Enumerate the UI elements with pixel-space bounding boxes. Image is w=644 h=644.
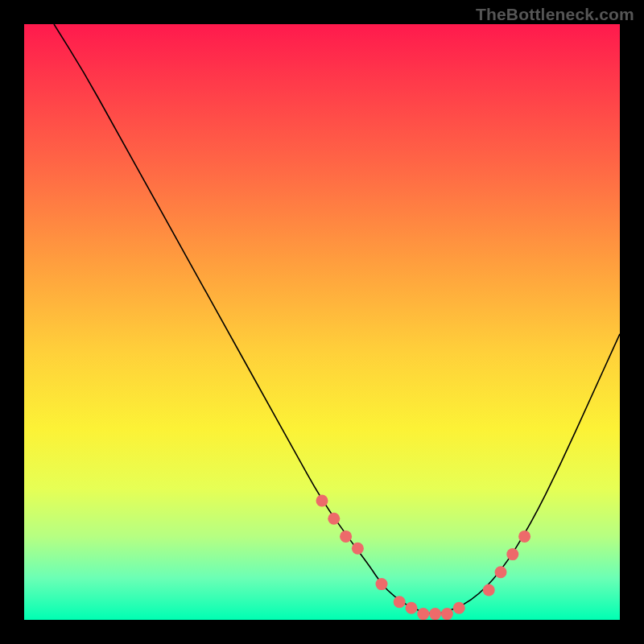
watermark-text: TheBottleneck.com: [476, 5, 634, 24]
dot: [316, 495, 328, 507]
dot: [328, 513, 340, 525]
dot: [394, 596, 406, 608]
dot: [417, 608, 429, 620]
bottleneck-curve: [54, 24, 620, 614]
bottleneck-chart: [24, 24, 620, 620]
dot: [406, 602, 418, 614]
dot: [441, 608, 453, 620]
dot: [495, 566, 507, 578]
dot: [483, 584, 495, 597]
dot: [518, 530, 530, 543]
highlight-dots: [316, 495, 531, 621]
dot: [506, 548, 518, 560]
dot: [453, 602, 465, 614]
dot: [429, 608, 441, 620]
dot: [340, 530, 352, 543]
dot: [376, 578, 388, 590]
dot: [352, 543, 364, 555]
